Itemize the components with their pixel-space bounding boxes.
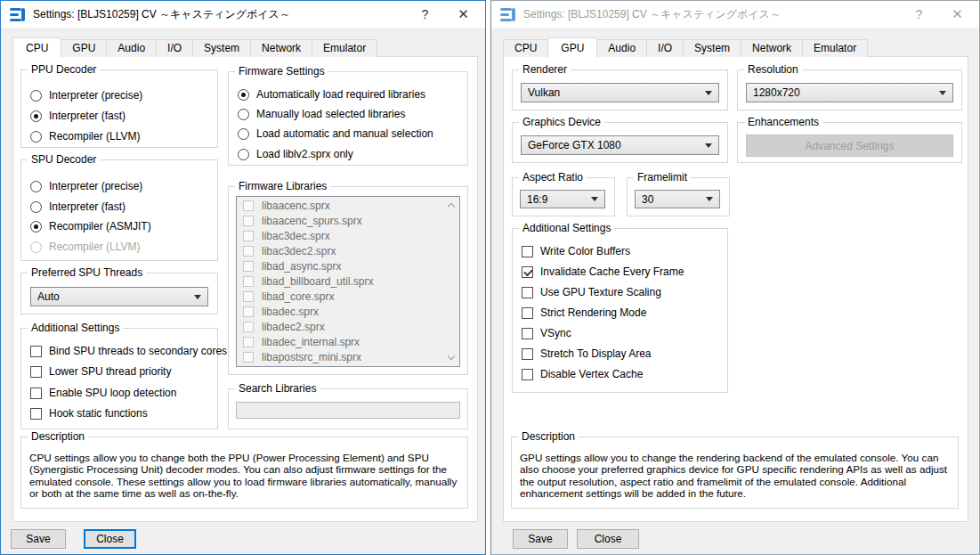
- tab-network[interactable]: Network: [250, 39, 312, 57]
- gpu-additional-settings-group: Additional Settings Write Color Buffers …: [512, 228, 728, 393]
- save-button[interactable]: Save: [11, 529, 66, 549]
- radio-icon[interactable]: [238, 149, 249, 160]
- scroll-down-icon[interactable]: [448, 354, 455, 361]
- renderer-dropdown[interactable]: Vulkan: [521, 83, 719, 102]
- cpu-description-group: Description CPU settings allow you to ch…: [20, 437, 468, 509]
- list-item: libadec.sprx: [237, 304, 459, 319]
- checkbox-icon[interactable]: [522, 369, 533, 380]
- checkbox-gpu-texture-scaling[interactable]: Use GPU Texture Scaling: [522, 285, 661, 299]
- radio-ppu-interpreter-precise[interactable]: Interpreter (precise): [30, 88, 142, 102]
- radio-icon[interactable]: [30, 90, 42, 102]
- radio-spu-interpreter-precise[interactable]: Interpreter (precise): [30, 179, 142, 193]
- checkbox-icon[interactable]: [30, 346, 42, 357]
- tab-cpu[interactable]: CPU: [12, 37, 61, 58]
- checkbox-icon[interactable]: [30, 408, 42, 420]
- radio-icon[interactable]: [30, 181, 42, 192]
- preferred-spu-threads-label: Preferred SPU Threads: [28, 266, 146, 279]
- checkbox-icon[interactable]: [522, 246, 533, 257]
- scroll-up-icon[interactable]: [448, 202, 455, 209]
- aspect-ratio-dropdown[interactable]: 16:9: [520, 190, 605, 208]
- checkbox-stretch-display[interactable]: Stretch To Display Area: [522, 347, 652, 361]
- chevron-down-icon: [705, 91, 712, 95]
- help-button[interactable]: ?: [405, 1, 445, 28]
- tab-bar: CPU GPU Audio I/O System Network Emulato…: [12, 37, 377, 57]
- close-window-icon[interactable]: ✕: [937, 1, 977, 28]
- tab-system[interactable]: System: [192, 39, 251, 57]
- spu-threads-dropdown[interactable]: Auto: [30, 287, 208, 306]
- title-bar[interactable]: Settings: [BLJS10259] CV ～キャスティングボイス～ ? …: [1, 1, 485, 28]
- list-item: libad_billboard_util.sprx: [237, 274, 459, 290]
- radio-selected-icon[interactable]: [30, 221, 42, 233]
- checkbox-icon[interactable]: [522, 287, 533, 298]
- tab-io[interactable]: I/O: [156, 39, 193, 57]
- checkbox-icon[interactable]: [522, 348, 533, 360]
- framelimit-dropdown[interactable]: 30: [635, 190, 720, 208]
- tab-emulator[interactable]: Emulator: [802, 39, 868, 57]
- settings-window-cpu: Settings: [BLJS10259] CV ～キャスティングボイス～ ? …: [0, 0, 486, 555]
- checkbox-invalidate-cache[interactable]: Invalidate Cache Every Frame: [522, 265, 684, 279]
- help-button[interactable]: ?: [899, 1, 939, 28]
- framelimit-group: Framelimit 30: [627, 177, 730, 216]
- close-window-icon[interactable]: ✕: [443, 1, 483, 28]
- tab-emulator[interactable]: Emulator: [312, 39, 377, 57]
- aspect-ratio-group: Aspect Ratio 16:9: [512, 177, 615, 216]
- radio-ppu-recompiler-llvm[interactable]: Recompiler (LLVM): [30, 129, 140, 143]
- additional-settings-label: Additional Settings: [28, 322, 123, 334]
- checkbox-icon[interactable]: [522, 328, 533, 339]
- radio-fw-automatic[interactable]: Automatically load required libraries: [238, 87, 425, 102]
- firmware-settings-group: Firmware Settings Automatically load req…: [228, 71, 468, 166]
- tab-system[interactable]: System: [683, 39, 741, 57]
- close-button[interactable]: Close: [577, 529, 639, 549]
- tab-audio[interactable]: Audio: [596, 39, 647, 57]
- checkbox-disabled-icon: [243, 216, 254, 226]
- rpcs3-logo-icon: [500, 8, 515, 21]
- radio-selected-icon[interactable]: [238, 89, 249, 101]
- save-button[interactable]: Save: [513, 529, 568, 549]
- radio-icon[interactable]: [238, 128, 249, 140]
- radio-fw-manual[interactable]: Manually load selected libraries: [238, 107, 405, 121]
- settings-window-gpu: Settings: [BLJS10259] CV ～キャスティングボイス～ ? …: [490, 0, 980, 555]
- tab-io[interactable]: I/O: [646, 39, 684, 57]
- additional-settings-label: Additional Settings: [519, 222, 614, 234]
- radio-selected-icon[interactable]: [30, 110, 42, 122]
- checkbox-hook-static-functions[interactable]: Hook static functions: [30, 406, 148, 420]
- radio-spu-recompiler-asmjit[interactable]: Recompiler (ASMJIT): [30, 219, 151, 233]
- renderer-label: Renderer: [519, 63, 571, 76]
- radio-ppu-interpreter-fast[interactable]: Interpreter (fast): [30, 109, 126, 123]
- radio-icon[interactable]: [30, 201, 42, 213]
- graphics-device-dropdown[interactable]: GeForce GTX 1080: [521, 135, 719, 155]
- tab-gpu[interactable]: GPU: [547, 37, 597, 58]
- checkbox-checked-icon[interactable]: [522, 266, 533, 278]
- tab-network[interactable]: Network: [741, 39, 803, 57]
- tab-gpu[interactable]: GPU: [61, 39, 107, 57]
- list-item: libac3dec2.sprx: [237, 244, 459, 259]
- resolution-dropdown[interactable]: 1280x720: [746, 83, 953, 102]
- checkbox-bind-spu-threads[interactable]: Bind SPU threads to secondary cores: [30, 344, 227, 358]
- enhancements-label: Enhancements: [744, 116, 822, 128]
- checkbox-lower-spu-priority[interactable]: Lower SPU thread priority: [30, 364, 171, 379]
- checkbox-strict-rendering[interactable]: Strict Rendering Mode: [522, 306, 646, 320]
- radio-fw-auto-manual[interactable]: Load automatic and manual selection: [238, 127, 433, 141]
- tab-cpu[interactable]: CPU: [503, 39, 548, 57]
- tab-audio[interactable]: Audio: [106, 39, 157, 57]
- checkbox-vsync[interactable]: VSync: [522, 326, 571, 340]
- enhancements-group: Enhancements Advanced Settings: [737, 122, 962, 163]
- radio-fw-liblv2-only[interactable]: Load liblv2.sprx only: [238, 147, 353, 161]
- gpu-description-group: Description GPU settings allow you to ch…: [511, 437, 959, 509]
- description-label: Description: [518, 430, 579, 443]
- checkbox-icon[interactable]: [30, 388, 42, 399]
- chevron-down-icon: [194, 295, 201, 299]
- close-button[interactable]: Close: [84, 529, 136, 549]
- radio-icon[interactable]: [30, 131, 42, 143]
- checkbox-disable-vertex-cache[interactable]: Disable Vertex Cache: [522, 367, 643, 381]
- radio-spu-interpreter-fast[interactable]: Interpreter (fast): [30, 200, 126, 214]
- checkbox-write-color-buffers[interactable]: Write Color Buffers: [522, 244, 630, 258]
- firmware-libraries-list[interactable]: libaacenc.sprx libaacenc_spurs.sprx liba…: [236, 196, 460, 367]
- checkbox-icon[interactable]: [30, 366, 42, 378]
- search-libraries-input[interactable]: [236, 402, 460, 419]
- checkbox-disabled-icon: [243, 337, 254, 347]
- checkbox-spu-loop-detection[interactable]: Enable SPU loop detection: [30, 386, 176, 400]
- title-bar[interactable]: Settings: [BLJS10259] CV ～キャスティングボイス～ ? …: [491, 1, 979, 28]
- radio-icon[interactable]: [238, 109, 249, 120]
- checkbox-icon[interactable]: [522, 307, 533, 319]
